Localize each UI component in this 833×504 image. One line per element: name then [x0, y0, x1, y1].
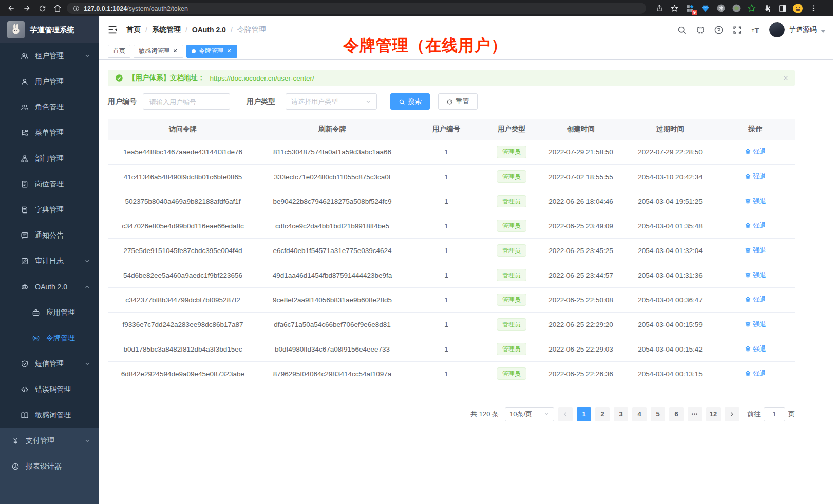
sidebar-item-notice[interactable]: 通知公告 [0, 223, 99, 248]
close-icon[interactable] [173, 48, 178, 54]
page-button-1[interactable]: 1 [577, 407, 591, 421]
page-button-2[interactable]: 2 [595, 407, 610, 421]
star-extension-icon[interactable] [747, 4, 756, 13]
browser-back-button[interactable] [5, 2, 17, 14]
browser-forward-button[interactable] [21, 2, 33, 14]
force-logout-button[interactable]: 强退 [745, 270, 766, 280]
github-icon[interactable] [695, 25, 705, 35]
page-button-4[interactable]: 4 [632, 407, 647, 421]
user-menu[interactable]: 芋道源码 [769, 22, 826, 37]
yen-icon [11, 437, 20, 445]
created-time-cell: 2022-07-02 18:55:55 [537, 164, 624, 189]
expire-time-cell: 2054-03-04 19:51:25 [624, 189, 716, 214]
action-cell: 强退 [716, 263, 795, 287]
sidebar-menu: 租户管理用户管理角色管理菜单管理部门管理岗位管理字典管理通知公告审计日志OAut… [0, 43, 99, 479]
search-button[interactable]: 搜索 [390, 93, 430, 110]
share-icon[interactable] [654, 4, 664, 13]
pagination: 共 120 条 10条/页 123456•••12 前往 页 [108, 407, 795, 421]
user-id-label: 用户编号 [108, 97, 137, 106]
pagination-total: 共 120 条 [470, 410, 499, 419]
bookmark-star-icon[interactable] [670, 4, 679, 13]
page-button-12[interactable]: 12 [706, 407, 721, 421]
sidebar-item-user[interactable]: 用户管理 [0, 69, 99, 94]
sidebar-item-oauth2-token[interactable]: 令牌管理 [0, 325, 99, 351]
search-icon[interactable] [677, 25, 687, 35]
force-logout-button[interactable]: 强退 [745, 221, 766, 230]
user-type-cell: 管理员 [486, 287, 537, 312]
force-logout-label: 强退 [753, 147, 766, 157]
side-panel-icon[interactable] [778, 4, 787, 13]
page-size-select[interactable]: 10条/页 [505, 407, 554, 421]
force-logout-button[interactable]: 强退 [745, 295, 766, 304]
sidebar-fold-icon[interactable] [107, 24, 118, 35]
force-logout-button[interactable]: 强退 [745, 344, 766, 354]
font-size-icon[interactable]: TT [751, 25, 761, 35]
extension-grid-icon[interactable]: 9 [685, 4, 695, 13]
refresh-token-cell: 811c530487574fa0af1a59d3abc1aa66 [258, 140, 407, 164]
sidebar-item-label: 租户管理 [35, 51, 64, 61]
tree-list-icon [21, 129, 29, 137]
sidebar-item-sms[interactable]: 短信管理 [0, 351, 99, 377]
sidebar-item-menu[interactable]: 菜单管理 [0, 120, 99, 146]
breadcrumb-item[interactable]: 首页 [126, 25, 141, 34]
sidebar-item-tenant[interactable]: 租户管理 [0, 43, 99, 69]
browser-address-bar[interactable]: 127.0.0.1:1024/system/oauth2/token [67, 3, 646, 14]
sidebar-item-pay[interactable]: 支付管理 [0, 428, 99, 454]
fullscreen-icon[interactable] [732, 25, 742, 35]
sidebar-item-audit-log[interactable]: 审计日志 [0, 248, 99, 274]
page-button-5[interactable]: 5 [651, 407, 665, 421]
page-button-3[interactable]: 3 [614, 407, 628, 421]
sidebar-item-dict[interactable]: 字典管理 [0, 197, 99, 223]
gem-extension-icon[interactable] [701, 4, 710, 13]
browser-reload-button[interactable] [36, 2, 48, 14]
force-logout-button[interactable]: 强退 [745, 147, 766, 157]
force-logout-button[interactable]: 强退 [745, 197, 766, 206]
goto-page-input[interactable] [764, 407, 785, 421]
user-type-select[interactable]: 请选择用户类型 [286, 93, 377, 110]
sidebar-item-dept[interactable]: 部门管理 [0, 146, 99, 171]
close-icon[interactable] [226, 48, 232, 54]
sidebar-item-label: 通知公告 [35, 231, 64, 240]
user-id-input[interactable] [143, 93, 230, 110]
sidebar-item-oauth2-app[interactable]: 应用管理 [0, 300, 99, 325]
sidebar-item-report[interactable]: 报表设计器 [0, 454, 99, 479]
sidebar-item-label: 令牌管理 [46, 334, 75, 343]
puzzle-extensions-icon[interactable] [762, 4, 772, 13]
force-logout-button[interactable]: 强退 [745, 246, 766, 255]
dot-extension-icon[interactable] [731, 4, 741, 13]
force-logout-button[interactable]: 强退 [745, 320, 766, 329]
alert-close-icon[interactable] [783, 75, 789, 81]
tab-令牌管理[interactable]: 令牌管理 [186, 45, 237, 58]
browser-menu-icon[interactable] [808, 4, 818, 13]
force-logout-button[interactable]: 强退 [745, 369, 766, 378]
asterisk-extension-icon[interactable] [716, 4, 726, 13]
reset-button[interactable]: 重置 [438, 93, 478, 110]
breadcrumb-item[interactable]: OAuth 2.0 [192, 26, 226, 34]
tab-首页[interactable]: 首页 [108, 45, 130, 58]
prev-page-button[interactable] [558, 407, 573, 421]
force-logout-label: 强退 [753, 270, 766, 280]
code-icon [21, 385, 29, 394]
help-icon[interactable] [714, 25, 724, 35]
alert-doc-link[interactable]: https://doc.iocoder.cn/user-center/ [210, 74, 314, 82]
column-header: 访问令牌 [108, 119, 258, 140]
created-time-cell: 2022-06-25 23:49:09 [537, 214, 624, 238]
more-pages-button[interactable]: ••• [688, 407, 702, 421]
sidebar-item-oauth2[interactable]: OAuth 2.0 [0, 274, 99, 300]
sidebar-item-post[interactable]: 岗位管理 [0, 171, 99, 197]
site-info-icon[interactable] [73, 5, 80, 12]
breadcrumb-item[interactable]: 系统管理 [152, 25, 181, 34]
user-type-label: 用户类型 [247, 97, 275, 106]
sidebar-item-role[interactable]: 角色管理 [0, 94, 99, 120]
next-page-button[interactable] [725, 407, 739, 421]
tab-敏感词管理[interactable]: 敏感词管理 [134, 45, 183, 58]
sidebar-item-error-code[interactable]: 错误码管理 [0, 377, 99, 402]
page-button-6[interactable]: 6 [669, 407, 684, 421]
sidebar-item-label: 敏感词管理 [35, 411, 71, 420]
profile-avatar-icon[interactable] [793, 4, 803, 13]
search-icon [399, 99, 405, 105]
browser-home-button[interactable] [51, 2, 64, 14]
force-logout-button[interactable]: 强退 [745, 172, 766, 181]
app-logo-bar[interactable]: 芋道管理系统 [0, 16, 99, 43]
sidebar-item-sensitive[interactable]: 敏感词管理 [0, 402, 99, 428]
